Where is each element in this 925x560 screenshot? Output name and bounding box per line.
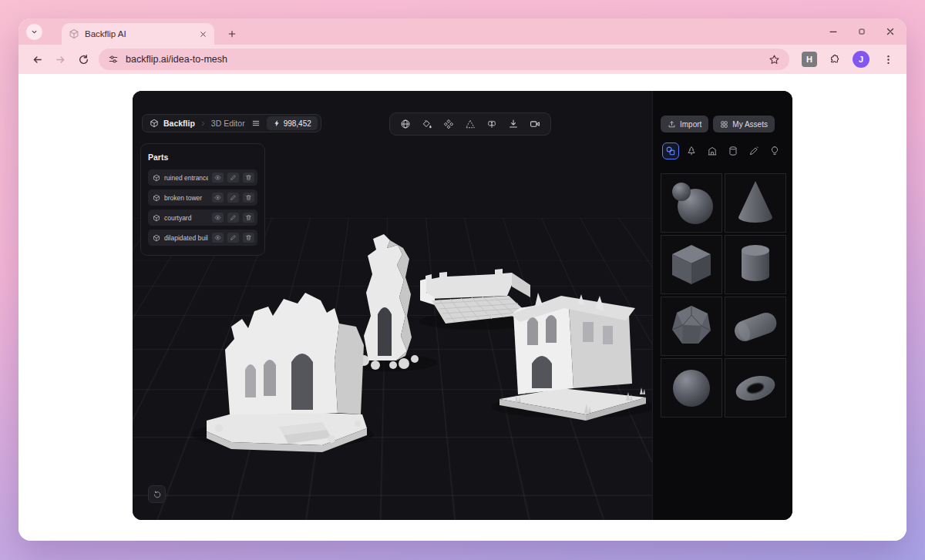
window-close-button[interactable]	[885, 26, 896, 37]
part-cube-icon	[153, 214, 160, 222]
material-paint-icon[interactable]	[419, 116, 436, 132]
url-bar[interactable]: backflip.ai/idea-to-mesh	[99, 49, 789, 70]
shape-tile-cube[interactable]	[661, 235, 722, 294]
part-cube-icon	[153, 194, 160, 202]
tab-search-button[interactable]	[26, 24, 42, 40]
part-delete-button[interactable]	[243, 193, 254, 203]
part-label: courtyard	[164, 214, 208, 222]
part-label: ruined entrance	[164, 174, 208, 182]
download-icon[interactable]	[505, 116, 522, 132]
model-ruined-entrance[interactable]	[207, 293, 367, 452]
backflip-app-window: Backflip 3D Editor 998,452	[133, 91, 792, 520]
page-content: Backflip 3D Editor 998,452	[18, 74, 906, 541]
backflip-logo-icon	[150, 119, 159, 128]
tab-favicon-icon	[69, 29, 79, 39]
part-visibility-button[interactable]	[212, 213, 224, 223]
brand-name[interactable]: Backflip	[163, 119, 195, 128]
import-label: Import	[680, 120, 701, 129]
part-row-ruined-entrance[interactable]: ruined entrance	[148, 169, 257, 186]
breadcrumb-chevron-icon	[200, 120, 207, 127]
part-edit-button[interactable]	[227, 173, 239, 183]
tab-close-icon[interactable]	[199, 30, 207, 39]
site-settings-icon[interactable]	[108, 54, 119, 65]
app-menu-icon[interactable]	[251, 119, 261, 128]
parts-panel-title: Parts	[148, 153, 257, 162]
category-shapes-icon[interactable]	[662, 143, 679, 159]
url-text[interactable]: backflip.ai/idea-to-mesh	[126, 54, 762, 65]
parts-panel: Parts ruined entrance broken tower	[140, 143, 265, 256]
part-visibility-button[interactable]	[212, 173, 224, 183]
part-row-dilapidated-building[interactable]: dilapidated build...	[148, 230, 257, 246]
reload-button[interactable]	[72, 49, 94, 70]
browser-tab[interactable]: Backflip AI	[62, 23, 214, 45]
shape-tile-torus[interactable]	[725, 358, 786, 417]
breadcrumb-page: 3D Editor	[211, 119, 245, 128]
part-delete-button[interactable]	[243, 173, 254, 183]
part-edit-button[interactable]	[227, 213, 239, 223]
shape-tile-sphere[interactable]	[661, 358, 722, 417]
browser-navbar: backflip.ai/idea-to-mesh H J	[18, 45, 906, 74]
undo-history-button[interactable]	[148, 485, 166, 503]
viewport-toolbar	[389, 112, 551, 136]
shape-tile-polyhedron[interactable]	[661, 297, 722, 356]
part-visibility-button[interactable]	[212, 233, 224, 243]
category-lights-icon[interactable]	[766, 143, 783, 159]
credits-count: 998,452	[284, 119, 311, 128]
shape-tile-capsule[interactable]	[725, 297, 786, 356]
shape-tile-blob-sphere[interactable]	[661, 173, 722, 233]
tab-strip: Backflip AI	[18, 18, 906, 45]
sphere-tool-icon[interactable]	[397, 116, 414, 132]
browser-menu-icon[interactable]	[877, 49, 899, 70]
app-header-pill: Backflip 3D Editor 998,452	[142, 114, 321, 132]
forward-button[interactable]	[49, 49, 71, 70]
category-buildings-icon[interactable]	[704, 143, 721, 159]
lightning-icon	[273, 119, 281, 127]
shape-tile-cone[interactable]	[725, 173, 786, 233]
part-edit-button[interactable]	[227, 233, 239, 243]
library-panel: Import My Assets	[652, 91, 792, 520]
category-pen-icon[interactable]	[745, 143, 762, 159]
wireframe-icon[interactable]	[462, 116, 479, 132]
camera-icon[interactable]	[526, 116, 543, 132]
part-cube-icon	[153, 234, 160, 242]
tab-title: Backflip AI	[85, 29, 193, 39]
extension-badge[interactable]: H	[802, 52, 817, 67]
mesh-grid-icon[interactable]	[440, 116, 457, 132]
part-cube-icon	[153, 174, 160, 182]
import-button[interactable]: Import	[661, 116, 708, 132]
credits-chip[interactable]: 998,452	[267, 116, 318, 130]
bookmark-star-icon[interactable]	[769, 54, 780, 65]
profile-avatar[interactable]: J	[853, 51, 870, 68]
part-row-courtyard[interactable]: courtyard	[148, 210, 257, 226]
my-assets-button[interactable]: My Assets	[713, 116, 775, 132]
window-maximize-button[interactable]	[857, 27, 866, 36]
upload-icon	[668, 120, 676, 129]
model-dilapidated-building[interactable]	[500, 293, 646, 421]
category-props-icon[interactable]	[725, 143, 742, 159]
retopo-butterfly-icon[interactable]	[483, 116, 500, 132]
window-controls	[828, 18, 896, 45]
grid-icon	[720, 120, 728, 129]
browser-window: Backflip AI backflip.ai/idea-to-mesh H J	[18, 18, 906, 541]
part-label: broken tower	[164, 194, 208, 202]
extensions-puzzle-icon[interactable]	[823, 49, 845, 70]
window-minimize-button[interactable]	[828, 26, 839, 37]
part-delete-button[interactable]	[243, 213, 254, 223]
part-edit-button[interactable]	[227, 193, 239, 203]
part-delete-button[interactable]	[243, 233, 254, 243]
my-assets-label: My Assets	[732, 120, 768, 129]
part-visibility-button[interactable]	[212, 193, 224, 203]
new-tab-button[interactable]	[224, 25, 240, 42]
category-nature-icon[interactable]	[683, 143, 700, 159]
library-category-row	[661, 143, 785, 159]
back-button[interactable]	[26, 49, 48, 70]
shape-library-grid	[661, 173, 785, 417]
part-label: dilapidated build...	[164, 234, 208, 242]
shape-tile-cylinder[interactable]	[725, 235, 786, 294]
part-row-broken-tower[interactable]: broken tower	[148, 189, 257, 206]
